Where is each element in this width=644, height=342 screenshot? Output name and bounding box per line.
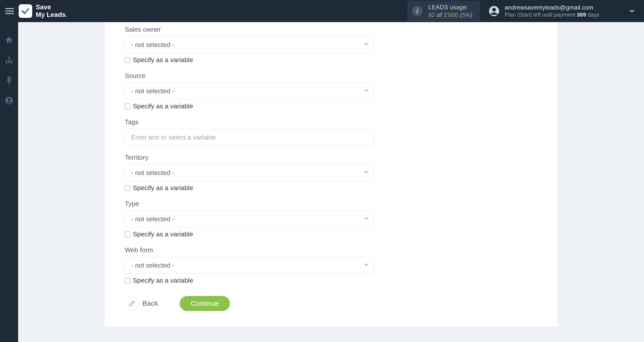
source-variable-checkbox[interactable]: [125, 104, 130, 109]
territory-select[interactable]: - not selected -: [125, 164, 374, 181]
type-variable-toggle[interactable]: Specify as a variable: [125, 230, 374, 238]
select-value: - not selected -: [131, 215, 174, 223]
svg-rect-5: [8, 57, 10, 58]
checkbox-label: Specify as a variable: [133, 184, 193, 192]
sales-owner-variable-toggle[interactable]: Specify as a variable: [125, 56, 374, 64]
menu-toggle[interactable]: [4, 6, 15, 17]
button-row: Back Continue: [125, 296, 374, 311]
leads-usage-text: LEADS usage: 92 of 2'000 (5%): [428, 3, 472, 19]
checkbox-label: Specify as a variable: [133, 102, 193, 110]
account-info: andrewsavemyleads@gmail.com Plan |Start|…: [505, 4, 599, 19]
back-label: Back: [142, 300, 158, 308]
logo-icon: [19, 4, 32, 18]
field-web-form: Web form - not selected - Specify as a v…: [125, 243, 374, 284]
field-label: Web form: [125, 243, 374, 257]
checkbox-label: Specify as a variable: [133, 230, 193, 238]
svg-point-10: [8, 98, 11, 101]
type-select[interactable]: - not selected -: [125, 211, 374, 227]
chevron-down-icon: [364, 41, 369, 49]
brand-logo[interactable]: Save My Leads.: [19, 4, 67, 19]
continue-button[interactable]: Continue: [180, 296, 230, 311]
field-label: Tags: [125, 115, 374, 129]
chevron-down-icon: [364, 87, 369, 95]
field-source: Source - not selected - Specify as a var…: [125, 68, 374, 110]
checkbox-label: Specify as a variable: [133, 56, 193, 64]
svg-rect-6: [6, 62, 7, 63]
back-button[interactable]: Back: [125, 296, 158, 311]
web-form-select[interactable]: - not selected -: [125, 257, 374, 274]
sales-owner-variable-checkbox[interactable]: [125, 57, 130, 63]
tags-input[interactable]: [131, 134, 359, 141]
web-form-variable-checkbox[interactable]: [125, 278, 130, 283]
sidebar-item-home[interactable]: [4, 35, 15, 46]
info-icon: i: [412, 6, 422, 16]
territory-variable-checkbox[interactable]: [125, 185, 130, 191]
source-variable-toggle[interactable]: Specify as a variable: [125, 102, 374, 110]
brand-text: Save My Leads.: [36, 4, 67, 19]
web-form-variable-toggle[interactable]: Specify as a variable: [125, 277, 374, 284]
field-territory: Territory - not selected - Specify as a …: [125, 150, 374, 192]
sales-owner-select[interactable]: - not selected -: [125, 36, 374, 53]
source-select[interactable]: - not selected -: [125, 83, 374, 99]
sidebar: [0, 22, 18, 342]
leads-usage-box: i LEADS usage: 92 of 2'000 (5%): [407, 1, 480, 21]
main-area: Sales owner - not selected - Specify as …: [18, 22, 644, 342]
field-label: Sales owner: [125, 22, 374, 36]
select-value: - not selected -: [131, 87, 174, 95]
avatar-icon: [488, 5, 500, 17]
account-menu[interactable]: andrewsavemyleads@gmail.com Plan |Start|…: [488, 4, 599, 19]
form-card: Sales owner - not selected - Specify as …: [105, 22, 557, 327]
field-label: Territory: [125, 150, 374, 164]
field-sales-owner: Sales owner - not selected - Specify as …: [125, 22, 374, 64]
pencil-icon: [125, 296, 139, 311]
field-label: Type: [125, 196, 374, 211]
svg-rect-8: [11, 62, 13, 63]
field-tags: Tags: [125, 115, 374, 146]
chevron-down-icon: [364, 262, 369, 269]
svg-rect-7: [8, 62, 10, 63]
sidebar-item-account[interactable]: [4, 95, 15, 106]
topbar: Save My Leads. i LEADS usage: 92 of 2'00…: [0, 0, 644, 22]
checkbox-label: Specify as a variable: [133, 277, 193, 284]
sidebar-item-billing[interactable]: [4, 75, 15, 86]
sidebar-item-connections[interactable]: [4, 55, 15, 66]
select-value: - not selected -: [131, 169, 174, 177]
select-value: - not selected -: [131, 41, 174, 49]
chevron-down-icon: [364, 169, 369, 177]
field-type: Type - not selected - Specify as a varia…: [125, 196, 374, 238]
select-value: - not selected -: [131, 262, 174, 269]
territory-variable-toggle[interactable]: Specify as a variable: [125, 184, 374, 192]
svg-point-4: [492, 8, 496, 12]
field-label: Source: [125, 68, 374, 83]
type-variable-checkbox[interactable]: [125, 232, 130, 237]
tags-input-wrap[interactable]: [125, 129, 374, 146]
chevron-down-icon: [364, 215, 369, 223]
account-dropdown-toggle[interactable]: [627, 6, 637, 16]
